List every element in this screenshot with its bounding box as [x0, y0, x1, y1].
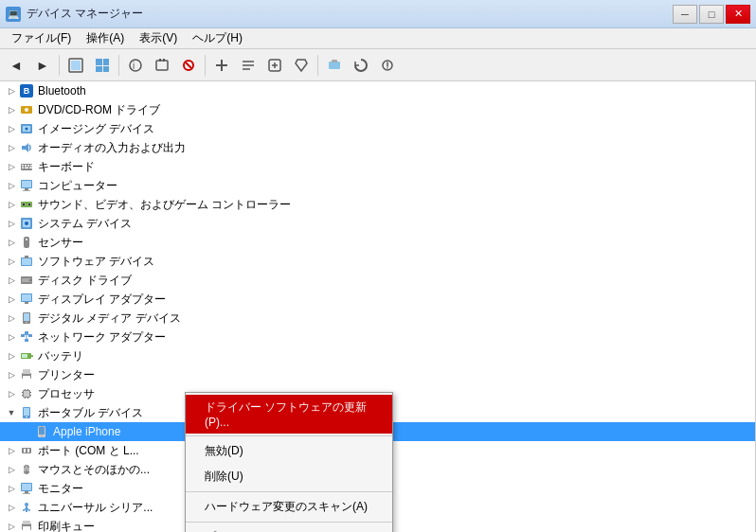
expander-printqueue[interactable]: ▷	[4, 519, 19, 532]
expander-system[interactable]: ▷	[4, 216, 19, 231]
tree-item-sensor[interactable]: ▷ センサー	[0, 233, 755, 252]
svg-rect-86	[22, 448, 31, 453]
expander-processor[interactable]: ▷	[4, 386, 19, 401]
tree-label-system: システム デバイス	[38, 216, 132, 232]
tree-label-sound: サウンド、ビデオ、およびゲーム コントローラー	[38, 197, 291, 213]
ctx-sep-2	[186, 491, 392, 492]
tree-item-keyboard[interactable]: ▷ キーボード	[0, 157, 755, 176]
toolbar-btn-1[interactable]	[63, 53, 88, 78]
toolbar-btn-7[interactable]	[236, 53, 261, 78]
tree-label-printer: プリンター	[38, 367, 95, 383]
expander-disk[interactable]: ▷	[4, 273, 19, 288]
svg-rect-76	[27, 389, 28, 390]
svg-rect-31	[29, 168, 32, 169]
svg-point-49	[29, 279, 31, 281]
display-icon	[19, 292, 34, 307]
expander-port[interactable]: ▷	[4, 443, 19, 458]
tree-item-bluetooth[interactable]: ▷ B Bluetooth	[0, 81, 755, 100]
dvdrom-icon	[19, 102, 34, 117]
ctx-disable[interactable]: 無効(D)	[186, 438, 392, 464]
toolbar-btn-11[interactable]	[349, 53, 373, 78]
expander-battery[interactable]: ▷	[4, 348, 19, 364]
tree-item-printer[interactable]: ▷ プリンター	[0, 365, 755, 384]
tree-label-network: ネットワーク アダプター	[38, 329, 166, 346]
expander-monitor[interactable]: ▷	[4, 481, 19, 496]
tree-label-sensor: センサー	[38, 235, 83, 251]
forward-button[interactable]: ►	[30, 53, 55, 78]
tree-item-software[interactable]: ▷ ソフトウェア デバイス	[0, 252, 755, 271]
toolbar-btn-10[interactable]	[322, 53, 347, 78]
menu-help[interactable]: ヘルプ(H)	[185, 28, 250, 48]
tree-item-display[interactable]: ▷ ディスプレイ アダプター	[0, 290, 755, 309]
svg-marker-23	[22, 143, 28, 152]
menu-view[interactable]: 表示(V)	[132, 28, 185, 48]
system-icon	[19, 216, 34, 231]
svg-rect-8	[156, 61, 168, 70]
ctx-scan[interactable]: ハードウェア変更のスキャン(A)	[186, 494, 392, 520]
expander-universal[interactable]: ▷	[4, 500, 19, 515]
tree-item-sound[interactable]: ▷ サウンド、ビデオ、およびゲーム コントローラー	[0, 195, 755, 214]
expander-mouse[interactable]: ▷	[4, 462, 19, 477]
svg-rect-95	[25, 491, 28, 493]
printqueue-icon	[19, 519, 34, 532]
expander-computer[interactable]: ▷	[4, 178, 19, 193]
tree-item-imaging[interactable]: ▷ イメージング デバイス	[0, 119, 755, 138]
tree-item-dvdrom[interactable]: ▷ DVD/CD-ROM ドライブ	[0, 100, 755, 119]
ctx-uninstall[interactable]: 削除(U)	[186, 464, 392, 489]
tree-item-digital[interactable]: ▷ デジタル メディア デバイス	[0, 309, 755, 328]
tree-item-network[interactable]: ▷ ネットワーク アダプター	[0, 328, 755, 346]
svg-rect-52	[25, 302, 28, 304]
tree-item-system[interactable]: ▷ システム デバイス	[0, 214, 755, 233]
toolbar-btn-8[interactable]	[262, 53, 287, 78]
expander-sensor[interactable]: ▷	[4, 235, 19, 250]
toolbar-btn-9[interactable]	[289, 53, 314, 78]
svg-rect-46	[25, 256, 28, 258]
expander-printer[interactable]: ▷	[4, 367, 19, 382]
ctx-properties[interactable]: プロパティ(R)	[186, 524, 392, 532]
expander-audio[interactable]: ▷	[4, 140, 19, 155]
toolbar-btn-6[interactable]	[209, 53, 234, 78]
tree-item-computer[interactable]: ▷ コンピューター	[0, 176, 755, 195]
expander-network[interactable]: ▷	[4, 329, 19, 345]
tree-item-audio[interactable]: ▷ オーディオの入力および出力	[0, 138, 755, 157]
menu-action[interactable]: 操作(A)	[79, 28, 132, 48]
svg-point-81	[26, 417, 27, 418]
toolbar-btn-12[interactable]	[375, 53, 400, 78]
maximize-button[interactable]: □	[699, 5, 724, 24]
expander-software[interactable]: ▷	[4, 254, 19, 269]
expander-portable[interactable]: ▼	[4, 405, 19, 420]
tree-item-disk[interactable]: ▷ ディスク ドライブ	[0, 271, 755, 290]
toolbar-btn-4[interactable]	[150, 53, 174, 78]
expander-sound[interactable]: ▷	[4, 197, 19, 212]
svg-rect-51	[22, 294, 31, 301]
expander-keyboard[interactable]: ▷	[4, 159, 19, 174]
svg-rect-3	[103, 59, 109, 65]
svg-point-101	[23, 509, 25, 511]
svg-point-41	[25, 222, 28, 225]
toolbar-btn-2[interactable]	[90, 53, 115, 78]
toolbar-btn-5[interactable]	[176, 53, 201, 78]
back-button[interactable]: ◄	[4, 53, 28, 78]
svg-rect-1	[71, 61, 81, 70]
svg-rect-29	[22, 168, 24, 169]
menu-file[interactable]: ファイル(F)	[4, 28, 79, 48]
svg-point-84	[41, 435, 43, 437]
expander-display[interactable]: ▷	[4, 292, 19, 307]
expander-imaging[interactable]: ▷	[4, 121, 19, 136]
svg-rect-15	[332, 60, 337, 62]
svg-rect-27	[27, 165, 29, 167]
expander-dvdrom[interactable]: ▷	[4, 102, 19, 117]
tree-item-battery[interactable]: ▷ バッテリ	[0, 346, 755, 365]
toolbar-btn-3[interactable]: i	[123, 53, 148, 78]
expander-digital[interactable]: ▷	[4, 310, 19, 326]
svg-rect-80	[24, 408, 29, 416]
tree-label-iphone: Apple iPhone	[53, 425, 120, 438]
ctx-update-driver[interactable]: ドライバー ソフトウェアの更新(P)...	[186, 395, 392, 434]
expander-bluetooth[interactable]: ▷	[4, 83, 19, 98]
minimize-button[interactable]: ─	[673, 5, 697, 24]
bluetooth-icon: B	[19, 83, 34, 98]
close-button[interactable]: ✕	[726, 5, 750, 24]
app-icon: 💻	[6, 7, 21, 22]
svg-rect-4	[96, 66, 102, 72]
svg-rect-70	[24, 391, 29, 397]
